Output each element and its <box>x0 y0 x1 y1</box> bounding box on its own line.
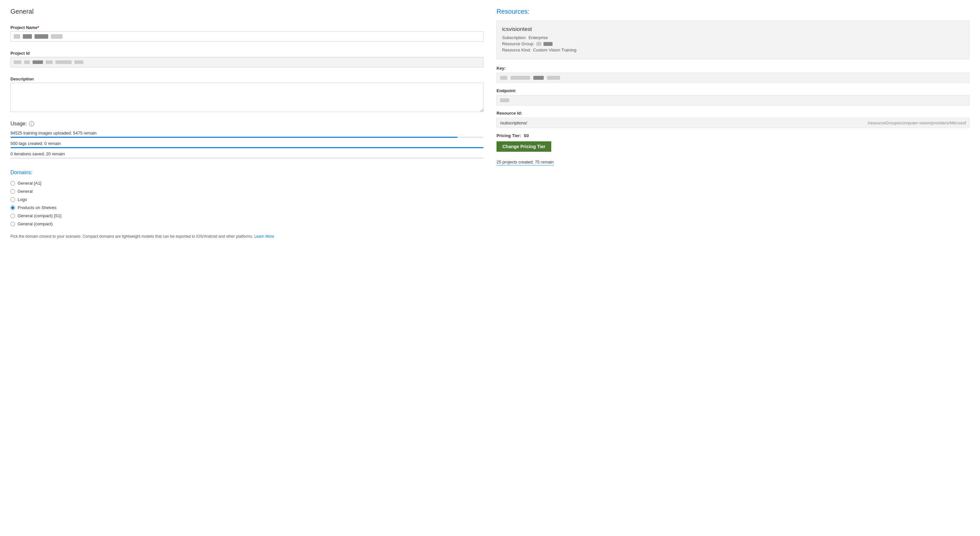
domain-option-compact-s1: General (compact) [S1] <box>10 213 484 218</box>
domain-radio-logo[interactable] <box>10 197 15 202</box>
resource-kind-row: Resource Kind: Custom Vision Training <box>502 48 964 52</box>
resource-card: icsvisiontest Subscription: Enterprise R… <box>496 21 970 59</box>
resource-id-value: /subscriptions/ /resourceGroups/computer… <box>496 117 970 128</box>
learn-more-link[interactable]: Learn More <box>254 234 274 239</box>
domain-label-general[interactable]: General <box>18 189 33 194</box>
resource-group-redacted-2 <box>543 42 552 46</box>
project-name-input[interactable] <box>10 31 484 42</box>
usage-images-text: 94525 training images uploaded; 5475 rem… <box>10 131 484 135</box>
endpoint-value <box>496 95 970 106</box>
usage-item-iterations: 0 iterations saved; 20 remain <box>10 151 484 159</box>
resource-id-label: Resource Id: <box>496 111 970 116</box>
projects-text: 25 projects created; 75 remain <box>496 160 554 165</box>
project-name-label: Project Name* <box>10 25 484 30</box>
domain-option-compact: General (compact) <box>10 222 484 226</box>
resource-kind-value: Custom Vision Training <box>533 48 576 52</box>
endpoint-redacted <box>500 98 509 102</box>
pricing-tier-label: Pricing Tier: S0 <box>496 133 970 138</box>
resource-name: icsvisiontest <box>502 26 964 33</box>
key-redacted-2 <box>511 76 530 80</box>
key-value <box>496 73 970 83</box>
domain-radio-general[interactable] <box>10 189 15 194</box>
domain-label-logo[interactable]: Logo <box>18 197 27 202</box>
resource-kind-label: Resource Kind: <box>502 48 531 52</box>
domain-label-general-a1[interactable]: General [A1] <box>18 181 41 186</box>
resource-group-redacted-1 <box>536 42 541 46</box>
domains-options: General [A1] General Logo Products on Sh… <box>10 181 484 230</box>
usage-item-tags: 500 tags created; 0 remain <box>10 141 484 148</box>
usage-info-icon[interactable]: i <box>29 121 34 126</box>
domain-radio-compact-s1[interactable] <box>10 214 15 218</box>
project-id-label: Project Id <box>10 51 484 56</box>
project-id-field: Project Id <box>10 46 484 67</box>
usage-item-images: 94525 training images uploaded; 5475 rem… <box>10 131 484 138</box>
resource-subscription-row: Subscription: Enterprise <box>502 35 964 40</box>
domain-label-products[interactable]: Products on Shelves <box>18 205 56 210</box>
domain-option-general-a1: General [A1] <box>10 181 484 186</box>
key-label: Key: <box>496 66 970 71</box>
domain-label-compact[interactable]: General (compact) <box>18 222 53 226</box>
pricing-tier-section: Pricing Tier: S0 Change Pricing Tier <box>496 133 970 152</box>
domain-radio-products[interactable] <box>10 206 15 210</box>
usage-images-bar <box>10 137 484 138</box>
resource-group-row: Resource Group: <box>502 41 964 46</box>
endpoint-section: Endpoint: <box>496 88 970 106</box>
resource-id-suffix: /resourceGroups/computer-vision/provider… <box>868 121 966 125</box>
domain-option-logo: Logo <box>10 197 484 202</box>
project-name-field: Project Name* <box>10 21 484 42</box>
domain-radio-compact[interactable] <box>10 222 15 226</box>
resource-group-label: Resource Group: <box>502 41 534 46</box>
domain-description: Pick the domain closest to your scenario… <box>10 233 484 239</box>
resources-title: Resources: <box>496 8 970 15</box>
resource-id-section: Resource Id: /subscriptions/ /resourceGr… <box>496 111 970 128</box>
project-id-input[interactable] <box>10 57 484 67</box>
domain-option-general: General <box>10 189 484 194</box>
usage-tags-bar <box>10 147 484 148</box>
usage-items: 94525 training images uploaded; 5475 rem… <box>10 131 484 162</box>
description-input[interactable] <box>10 83 484 112</box>
key-redacted-4 <box>547 76 560 80</box>
left-column: General Project Name* Project Id <box>10 8 484 239</box>
description-field: Description <box>10 72 484 113</box>
change-pricing-tier-button[interactable]: Change Pricing Tier <box>496 141 551 152</box>
domain-option-products: Products on Shelves <box>10 205 484 210</box>
usage-images-fill <box>10 137 457 138</box>
subscription-value: Enterprise <box>528 35 548 40</box>
usage-tags-text: 500 tags created; 0 remain <box>10 141 484 146</box>
usage-tags-fill <box>10 147 484 148</box>
usage-iterations-bar <box>10 158 484 159</box>
usage-section: Usage: i <box>10 121 484 127</box>
key-section: Key: <box>496 66 970 83</box>
endpoint-label: Endpoint: <box>496 88 970 93</box>
usage-iterations-text: 0 iterations saved; 20 remain <box>10 151 484 156</box>
key-redacted-1 <box>500 76 507 80</box>
domain-radio-general-a1[interactable] <box>10 181 15 186</box>
domain-label-compact-s1[interactable]: General (compact) [S1] <box>18 213 61 218</box>
resource-id-prefix: /subscriptions/ <box>500 121 527 125</box>
domains-title: Domains: <box>10 170 484 176</box>
right-column: Resources: icsvisiontest Subscription: E… <box>496 8 970 239</box>
subscription-label: Subscription: <box>502 35 527 40</box>
projects-usage: 25 projects created; 75 remain <box>496 155 970 165</box>
key-redacted-3 <box>533 76 544 80</box>
general-title: General <box>10 8 484 15</box>
description-label: Description <box>10 76 484 81</box>
